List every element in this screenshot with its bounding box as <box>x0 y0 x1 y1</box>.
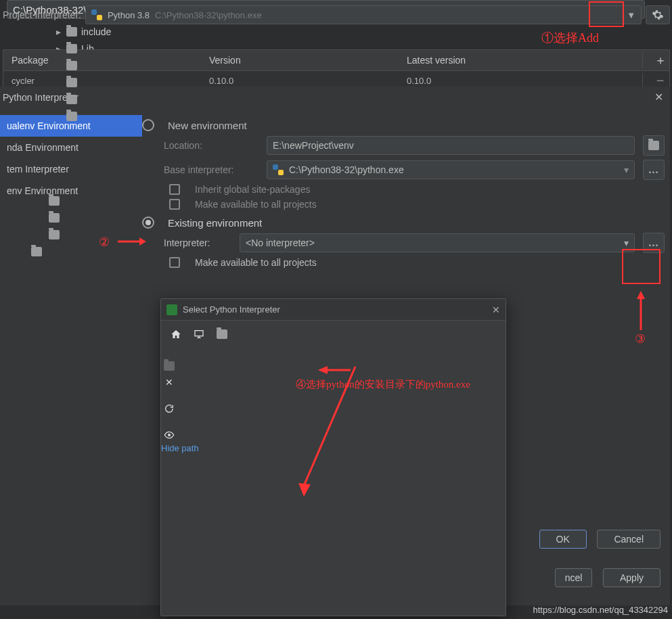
watermark: https://blog.csdn.net/qq_43342294 <box>533 605 669 615</box>
existing-env-radio[interactable] <box>142 216 154 229</box>
settings-gear-button[interactable] <box>646 5 670 24</box>
project-interpreter-label: Project Interpreter: <box>0 9 81 20</box>
desktop-icon[interactable] <box>191 326 207 342</box>
folder-icon <box>66 78 77 87</box>
packages-table: Package Version Latest version ＋ cycler … <box>3 49 670 90</box>
svg-rect-0 <box>195 331 203 336</box>
make-available-label-2: Make available to all projects <box>195 257 317 268</box>
svg-point-1 <box>168 434 171 436</box>
python-icon <box>91 9 102 20</box>
ok-button[interactable]: OK <box>539 530 587 549</box>
folder-icon <box>66 61 77 70</box>
col-latest[interactable]: Latest version <box>399 55 642 66</box>
interpreter-dropdown[interactable]: Python 3.8 C:\Python38-32\python.exe ▼ <box>85 5 642 24</box>
python-icon <box>273 164 284 175</box>
chevron-down-icon: ▾ <box>624 164 629 175</box>
base-interpreter-dropdown[interactable]: C:\Python38-32\python.exe▾ <box>267 160 635 179</box>
browse-base-button[interactable]: … <box>643 160 665 180</box>
chevron-down-icon: ▼ <box>627 10 635 20</box>
folder-icon <box>66 44 77 53</box>
folder-icon <box>66 27 77 37</box>
location-label: Location: <box>164 140 259 151</box>
col-package[interactable]: Package <box>3 55 201 66</box>
env-form: New environment Location: E:\newProject\… <box>142 115 665 272</box>
pkg-version: 0.10.0 <box>201 76 399 86</box>
dialog-title: Python Interpreter <box>0 87 670 108</box>
gear-icon <box>652 9 664 21</box>
close-icon[interactable]: ✕ <box>492 304 500 315</box>
sidebar-item-conda[interactable]: nda Environment <box>0 137 142 158</box>
new-folder-icon[interactable] <box>161 358 177 374</box>
inherit-label: Inherit global site-packages <box>195 184 310 195</box>
base-interp-label: Base interpreter: <box>164 164 259 175</box>
packages-header: Package Version Latest version ＋ <box>3 49 670 71</box>
interpreter-name: Python 3.8 <box>108 10 150 20</box>
browse-interpreter-button[interactable]: … <box>643 233 665 253</box>
dialog2-title: Select Python Interpreter <box>183 304 280 315</box>
interpreter-dropdown-existing[interactable]: <No interpreter>▾ <box>240 233 635 252</box>
interpreter-label: Interpreter: <box>164 237 231 248</box>
pkg-latest: 0.10.0 <box>399 76 642 86</box>
refresh-icon[interactable] <box>161 400 177 417</box>
folder-icon <box>31 247 42 256</box>
settings-dialog-buttons: ncel Apply <box>547 568 660 587</box>
dialog-buttons: OK Cancel <box>531 530 660 549</box>
inherit-checkbox[interactable] <box>169 184 180 195</box>
plus-icon: ＋ <box>654 52 667 68</box>
show-hidden-icon[interactable] <box>161 427 177 443</box>
browse-folder-icon[interactable] <box>643 135 665 156</box>
col-version[interactable]: Version <box>201 55 399 66</box>
folder-icon <box>49 230 60 239</box>
sidebar-item-pipenv[interactable]: env Environment <box>0 180 142 202</box>
make-available-label-1: Make available to all projects <box>195 199 317 210</box>
folder-icon <box>66 112 77 121</box>
pycharm-icon <box>166 304 177 315</box>
folder-icon <box>49 213 60 223</box>
location-input[interactable]: E:\newProject\venv <box>267 136 635 155</box>
add-package-button[interactable]: ＋ <box>642 52 669 68</box>
environment-type-list: ualenv Environment nda Environment tem I… <box>0 115 142 202</box>
home-icon[interactable] <box>168 326 184 342</box>
interpreter-bar: Project Interpreter: Python 3.8 C:\Pytho… <box>0 4 670 26</box>
file-browser-toolbar <box>161 321 506 348</box>
tree-item-label: include <box>81 26 111 37</box>
new-env-label: New environment <box>168 120 247 131</box>
cancel-button[interactable]: Cancel <box>597 530 660 549</box>
folder-icon <box>66 95 77 104</box>
existing-env-label: Existing environment <box>168 217 262 229</box>
dialog2-titlebar: Select Python Interpreter ✕ <box>161 299 506 321</box>
delete-icon[interactable]: ✕ <box>161 374 177 390</box>
chevron-down-icon: ▾ <box>624 237 629 248</box>
hide-path-link[interactable]: Hide path <box>161 443 199 453</box>
apply-button[interactable]: Apply <box>603 568 660 587</box>
sidebar-item-system[interactable]: tem Interpreter <box>0 158 142 180</box>
pkg-name: cycler <box>3 76 201 86</box>
interpreter-path: C:\Python38-32\python.exe <box>155 10 262 20</box>
make-available-checkbox-2[interactable] <box>169 257 180 268</box>
folder-icon <box>49 196 60 206</box>
close-icon[interactable]: ✕ <box>654 91 663 104</box>
new-env-radio[interactable] <box>142 119 154 131</box>
select-interpreter-dialog: Select Python Interpreter ✕ ✕ Hide path <box>160 298 506 616</box>
outer-cancel-button[interactable]: ncel <box>555 568 593 587</box>
project-icon[interactable] <box>214 326 230 342</box>
make-available-checkbox-1[interactable] <box>169 199 180 210</box>
